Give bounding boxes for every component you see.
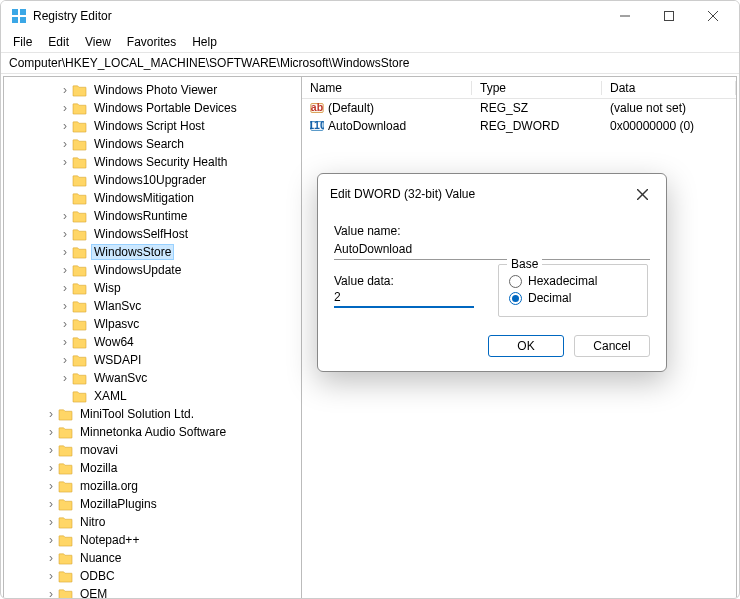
chevron-icon[interactable]: › [58, 155, 72, 169]
tree-item[interactable]: ›ODBC [4, 567, 301, 585]
tree-item[interactable]: ›WwanSvc [4, 369, 301, 387]
chevron-icon[interactable]: › [58, 317, 72, 331]
menu-edit[interactable]: Edit [40, 33, 77, 51]
radio-hex-icon [509, 275, 522, 288]
tree-item[interactable]: ›WindowsStore [4, 243, 301, 261]
chevron-icon[interactable]: › [44, 587, 58, 598]
chevron-icon[interactable]: › [44, 425, 58, 439]
chevron-icon[interactable]: › [58, 209, 72, 223]
maximize-button[interactable] [647, 1, 691, 31]
tree-item[interactable]: ›WindowsRuntime [4, 207, 301, 225]
chevron-icon[interactable] [58, 389, 72, 403]
chevron-icon[interactable]: › [58, 101, 72, 115]
tree-item[interactable]: ›Windows Script Host [4, 117, 301, 135]
chevron-icon[interactable]: › [58, 227, 72, 241]
dialog-titlebar: Edit DWORD (32-bit) Value [318, 174, 666, 214]
tree-item[interactable]: Windows10Upgrader [4, 171, 301, 189]
menu-view[interactable]: View [77, 33, 119, 51]
close-button[interactable] [691, 1, 735, 31]
tree-item-label: Nuance [77, 550, 124, 566]
menu-favorites[interactable]: Favorites [119, 33, 184, 51]
col-data[interactable]: Data [602, 81, 736, 95]
tree-item[interactable]: ›Minnetonka Audio Software [4, 423, 301, 441]
tree-item-label: OEM [77, 586, 110, 598]
chevron-icon[interactable]: › [58, 335, 72, 349]
value-row[interactable]: ab(Default)REG_SZ(value not set) [302, 99, 736, 117]
svg-rect-1 [20, 9, 26, 15]
cancel-button[interactable]: Cancel [574, 335, 650, 357]
chevron-icon[interactable]: › [44, 551, 58, 565]
app-icon [11, 8, 27, 24]
chevron-icon[interactable]: › [44, 407, 58, 421]
chevron-icon[interactable] [58, 191, 72, 205]
chevron-icon[interactable] [58, 173, 72, 187]
chevron-icon[interactable]: › [44, 443, 58, 457]
tree-item[interactable]: ›Nuance [4, 549, 301, 567]
tree-item-label: Windows Search [91, 136, 187, 152]
tree-item[interactable]: ›Wow64 [4, 333, 301, 351]
tree-item-label: WindowsRuntime [91, 208, 190, 224]
col-type[interactable]: Type [472, 81, 602, 95]
tree-view[interactable]: ›Windows Photo Viewer›Windows Portable D… [4, 77, 302, 598]
tree-item[interactable]: ›Wlpasvc [4, 315, 301, 333]
chevron-icon[interactable]: › [44, 569, 58, 583]
chevron-icon[interactable]: › [44, 479, 58, 493]
chevron-icon[interactable]: › [58, 263, 72, 277]
chevron-icon[interactable]: › [44, 515, 58, 529]
tree-item[interactable]: WindowsMitigation [4, 189, 301, 207]
chevron-icon[interactable]: › [58, 83, 72, 97]
tree-item-label: WindowsMitigation [91, 190, 197, 206]
tree-item[interactable]: ›WlanSvc [4, 297, 301, 315]
tree-item-label: WindowsUpdate [91, 262, 184, 278]
tree-item[interactable]: ›Nitro [4, 513, 301, 531]
value-row[interactable]: 110AutoDownloadREG_DWORD0x00000000 (0) [302, 117, 736, 135]
menu-file[interactable]: File [5, 33, 40, 51]
tree-item[interactable]: ›Windows Portable Devices [4, 99, 301, 117]
tree-item[interactable]: ›Notepad++ [4, 531, 301, 549]
value-data-label: Value data: [334, 274, 474, 288]
value-name: AutoDownload [328, 119, 406, 133]
tree-item[interactable]: ›Wisp [4, 279, 301, 297]
tree-item[interactable]: ›Windows Security Health [4, 153, 301, 171]
address-bar[interactable]: Computer\HKEY_LOCAL_MACHINE\SOFTWARE\Mic… [1, 53, 739, 74]
ok-button[interactable]: OK [488, 335, 564, 357]
tree-item-label: mozilla.org [77, 478, 141, 494]
tree-item[interactable]: ›WindowsUpdate [4, 261, 301, 279]
tree-item[interactable]: ›movavi [4, 441, 301, 459]
chevron-icon[interactable]: › [44, 533, 58, 547]
tree-item-label: Wisp [91, 280, 124, 296]
minimize-button[interactable] [603, 1, 647, 31]
tree-item[interactable]: ›MozillaPlugins [4, 495, 301, 513]
tree-item[interactable]: ›mozilla.org [4, 477, 301, 495]
chevron-icon[interactable]: › [44, 461, 58, 475]
menu-help[interactable]: Help [184, 33, 225, 51]
dialog-close-button[interactable] [630, 182, 654, 206]
tree-item[interactable]: XAML [4, 387, 301, 405]
chevron-icon[interactable]: › [58, 371, 72, 385]
chevron-icon[interactable]: › [58, 299, 72, 313]
tree-item-label: Windows Security Health [91, 154, 230, 170]
chevron-icon[interactable]: › [58, 119, 72, 133]
tree-item[interactable]: ›WSDAPI [4, 351, 301, 369]
col-name[interactable]: Name [302, 81, 472, 95]
tree-item[interactable]: ›WindowsSelfHost [4, 225, 301, 243]
radio-dec[interactable]: Decimal [509, 291, 637, 305]
tree-item-label: ODBC [77, 568, 118, 584]
chevron-icon[interactable]: › [58, 245, 72, 259]
value-data-input[interactable] [334, 288, 474, 308]
tree-item[interactable]: ›Windows Photo Viewer [4, 81, 301, 99]
chevron-icon[interactable]: › [58, 281, 72, 295]
tree-item-label: movavi [77, 442, 121, 458]
chevron-icon[interactable]: › [58, 353, 72, 367]
chevron-icon[interactable]: › [44, 497, 58, 511]
tree-item[interactable]: ›OEM [4, 585, 301, 598]
radio-hex[interactable]: Hexadecimal [509, 274, 637, 288]
tree-item-label: MiniTool Solution Ltd. [77, 406, 197, 422]
tree-item[interactable]: ›MiniTool Solution Ltd. [4, 405, 301, 423]
chevron-icon[interactable]: › [58, 137, 72, 151]
tree-item-label: Notepad++ [77, 532, 142, 548]
tree-item[interactable]: ›Mozilla [4, 459, 301, 477]
value-name-label: Value name: [334, 224, 650, 238]
window-title: Registry Editor [33, 9, 603, 23]
tree-item[interactable]: ›Windows Search [4, 135, 301, 153]
